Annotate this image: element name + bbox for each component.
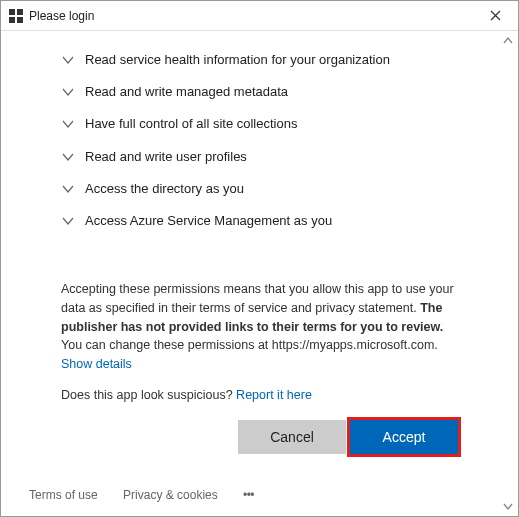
chevron-down-icon [61, 150, 75, 164]
more-icon[interactable]: • • • [243, 488, 252, 502]
permissions-list: Read service health information for your… [61, 51, 458, 230]
footer-links: Terms of use Privacy & cookies • • • [29, 488, 274, 502]
scroll-down-icon[interactable] [500, 498, 516, 514]
vertical-scrollbar[interactable] [500, 31, 516, 516]
permission-label: Access Azure Service Management as you [85, 212, 332, 230]
svg-rect-2 [9, 17, 15, 23]
terms-link[interactable]: Terms of use [29, 488, 98, 502]
permission-item[interactable]: Access the directory as you [61, 180, 458, 198]
window-title: Please login [29, 9, 480, 23]
permission-item[interactable]: Have full control of all site collection… [61, 115, 458, 133]
chevron-down-icon [61, 85, 75, 99]
accept-button[interactable]: Accept [350, 420, 458, 454]
button-row: Cancel Accept [61, 420, 458, 454]
permission-item[interactable]: Read and write managed metadata [61, 83, 458, 101]
dialog-body: Read service health information for your… [1, 31, 518, 516]
login-dialog: Please login Read service health informa… [0, 0, 519, 517]
permission-label: Have full control of all site collection… [85, 115, 297, 133]
permission-label: Read and write user profiles [85, 148, 247, 166]
disclaimer-part2: You can change these permissions at http… [61, 338, 438, 352]
report-row: Does this app look suspicious? Report it… [61, 388, 458, 402]
svg-rect-0 [9, 9, 15, 15]
permission-label: Access the directory as you [85, 180, 244, 198]
close-button[interactable] [480, 1, 510, 31]
chevron-down-icon [61, 117, 75, 131]
svg-rect-3 [17, 17, 23, 23]
title-bar: Please login [1, 1, 518, 31]
permission-item[interactable]: Access Azure Service Management as you [61, 212, 458, 230]
chevron-down-icon [61, 214, 75, 228]
permission-item[interactable]: Read service health information for your… [61, 51, 458, 69]
report-question: Does this app look suspicious? [61, 388, 236, 402]
permission-item[interactable]: Read and write user profiles [61, 148, 458, 166]
chevron-down-icon [61, 182, 75, 196]
disclaimer-part1: Accepting these permissions means that y… [61, 282, 454, 315]
report-link[interactable]: Report it here [236, 388, 312, 402]
show-details-link[interactable]: Show details [61, 357, 132, 371]
scroll-up-icon[interactable] [500, 33, 516, 49]
app-icon [9, 9, 23, 23]
permission-label: Read and write managed metadata [85, 83, 288, 101]
chevron-down-icon [61, 53, 75, 67]
permission-label: Read service health information for your… [85, 51, 390, 69]
disclaimer-text: Accepting these permissions means that y… [61, 280, 458, 374]
svg-rect-1 [17, 9, 23, 15]
cancel-button[interactable]: Cancel [238, 420, 346, 454]
privacy-link[interactable]: Privacy & cookies [123, 488, 218, 502]
